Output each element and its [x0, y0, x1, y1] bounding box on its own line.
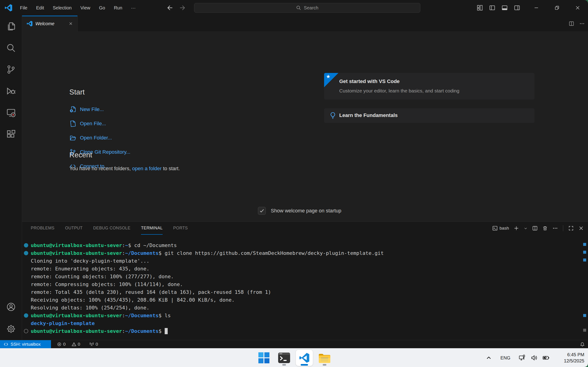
menu-go[interactable]: Go	[95, 0, 110, 16]
active-indicator	[301, 364, 308, 366]
terminal-line: Receiving objects: 100% (435/435), 208.0…	[22, 296, 578, 304]
extensions-icon[interactable]	[0, 123, 22, 145]
restore-button[interactable]	[547, 0, 567, 16]
command-decoration-success[interactable]	[24, 313, 28, 318]
panel-tab-ports[interactable]: PORTS	[173, 222, 188, 235]
terminal-output[interactable]: ubuntu@virtualbox-ubuntu-sever:~$ cd ~/D…	[22, 242, 578, 335]
search-input[interactable]: Search	[194, 3, 420, 13]
launch-profile-chevron-icon[interactable]	[524, 226, 527, 230]
split-terminal-icon[interactable]	[532, 225, 538, 231]
editor-actions	[569, 16, 585, 32]
remote-label: SSH: virtualbox	[10, 342, 41, 347]
vscode-logo-icon	[5, 4, 12, 12]
forwarded-ports[interactable]: 0	[89, 342, 98, 347]
settings-icon[interactable]	[0, 318, 22, 340]
running-indicator	[323, 364, 326, 366]
remote-explorer-icon[interactable]	[0, 102, 22, 123]
menu-run[interactable]: Run	[110, 0, 127, 16]
language-indicator[interactable]: ENG	[501, 355, 510, 361]
walkthrough-card-get-started[interactable]: ★ Get started with VS Code Customize you…	[324, 73, 535, 100]
search-icon[interactable]	[0, 37, 22, 59]
source-control-icon[interactable]	[0, 59, 22, 80]
open-file-icon	[69, 120, 76, 127]
new-terminal-icon[interactable]	[514, 225, 519, 231]
customize-layout-button[interactable]	[474, 0, 486, 16]
problems-errors[interactable]: 0	[57, 342, 66, 347]
panel-header: PROBLEMSOUTPUTDEBUG CONSOLETERMINALPORTS…	[22, 222, 588, 235]
taskbar-apps	[255, 348, 333, 367]
scrollbar-command-mark	[583, 314, 586, 317]
running-indicator	[282, 364, 286, 366]
remote-indicator[interactable]: SSH: virtualbox	[0, 340, 51, 348]
panel-tab-terminal[interactable]: TERMINAL	[141, 222, 163, 235]
command-decoration-success[interactable]	[24, 251, 28, 255]
menu-view[interactable]: View	[76, 0, 95, 16]
clock-time: 6:45 PM	[554, 352, 584, 358]
clock-date: 12/5/2025	[554, 358, 584, 364]
taskbar-vscode-app[interactable]	[296, 349, 313, 366]
shell-selector[interactable]: bash	[492, 225, 509, 231]
tab-close-button[interactable]	[68, 21, 74, 27]
tab-welcome[interactable]: Welcome	[22, 16, 78, 32]
panel-tab-problems[interactable]: PROBLEMS	[31, 222, 54, 235]
status-right	[580, 340, 585, 348]
checkmark-icon	[259, 208, 265, 214]
terminal-line: Resolving deltas: 100% (254/254), done.	[22, 304, 578, 312]
menu-file[interactable]: File	[16, 0, 32, 16]
panel-tab-output[interactable]: OUTPUT	[65, 222, 82, 235]
notifications-bell-icon[interactable]	[580, 342, 585, 347]
toggle-primary-sidebar-button[interactable]	[486, 0, 498, 16]
kill-terminal-trash-icon[interactable]	[542, 225, 548, 231]
open-a-folder-link[interactable]: open a folder	[132, 166, 162, 171]
menu-selection[interactable]: Selection	[48, 0, 76, 16]
tray-chevron-up-icon[interactable]	[485, 354, 492, 361]
volume-icon[interactable]	[531, 354, 537, 361]
files-icon[interactable]	[0, 16, 22, 37]
minimize-button[interactable]	[526, 0, 547, 16]
command-decoration-success[interactable]	[24, 243, 28, 248]
panel: PROBLEMSOUTPUTDEBUG CONSOLETERMINALPORTS…	[22, 222, 588, 340]
system-tray: ENG 6:45 PM 12/5/2025	[485, 348, 588, 367]
terminal-toolbar: bash	[492, 222, 584, 235]
forward-arrow-icon[interactable]	[179, 4, 186, 11]
panel-tab-debug-console[interactable]: DEBUG CONSOLE	[93, 222, 130, 235]
terminal-line: remote: Counting objects: 100% (277/277)…	[22, 273, 578, 281]
active-tab-indicator	[22, 16, 78, 16]
more-actions-icon[interactable]	[579, 21, 585, 26]
split-editor-icon[interactable]	[569, 21, 574, 26]
file-explorer-icon	[318, 352, 331, 364]
menu-more[interactable]: ···	[127, 0, 140, 16]
back-arrow-icon[interactable]	[166, 4, 173, 11]
desktop-corner	[585, 0, 588, 3]
problems-warnings[interactable]: 0	[72, 342, 80, 347]
start-link-open-file[interactable]: Open File...	[69, 117, 130, 131]
close-panel-icon[interactable]	[578, 225, 584, 231]
show-welcome-checkbox[interactable]	[258, 207, 266, 215]
start-link-label: New File...	[80, 106, 104, 112]
start-link-new-file[interactable]: New File...	[69, 102, 130, 117]
start-link-open-folder[interactable]: Open Folder...	[69, 131, 130, 145]
start-button[interactable]	[255, 349, 273, 366]
command-decoration-pending[interactable]	[24, 329, 28, 333]
window-controls	[526, 0, 588, 16]
account-icon[interactable]	[0, 296, 22, 318]
windows-terminal-icon	[277, 351, 291, 365]
lightbulb-icon	[329, 112, 337, 119]
taskbar-explorer-app[interactable]	[316, 349, 333, 366]
terminal-line: decky-plugin-template	[22, 319, 578, 327]
debug-icon[interactable]	[0, 80, 22, 102]
shell-label: bash	[500, 226, 509, 231]
error-icon	[57, 342, 61, 347]
walkthrough-card-fundamentals[interactable]: Learn the Fundamentals	[324, 108, 535, 123]
toggle-panel-button[interactable]	[498, 0, 511, 16]
terminal-icon	[492, 225, 498, 231]
history-navigation	[166, 0, 186, 16]
panel-more-actions-icon[interactable]	[552, 225, 558, 231]
taskbar-clock[interactable]: 6:45 PM 12/5/2025	[554, 352, 584, 364]
toggle-secondary-sidebar-button[interactable]	[511, 0, 523, 16]
maximize-panel-icon[interactable]	[568, 225, 574, 231]
taskbar-terminal-app[interactable]	[275, 349, 293, 366]
battery-charging-icon[interactable]	[543, 354, 549, 361]
menu-edit[interactable]: Edit	[32, 0, 48, 16]
network-icon[interactable]	[519, 354, 526, 361]
